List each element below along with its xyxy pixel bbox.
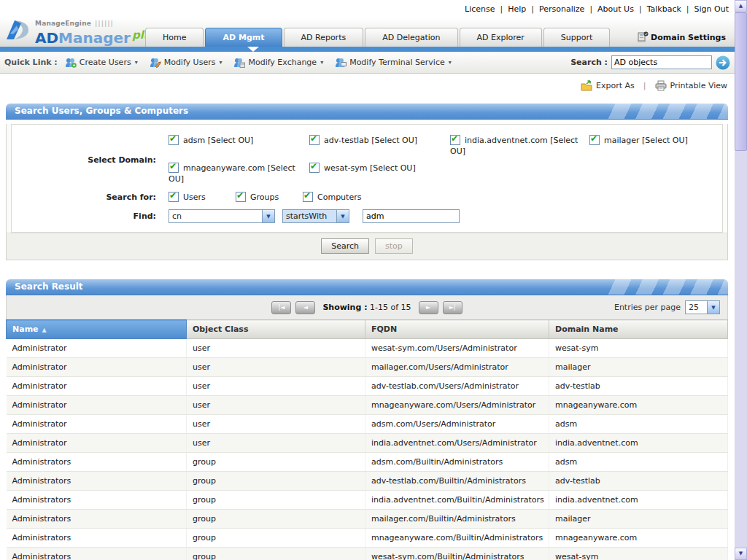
- object-type-checkbox-groups[interactable]: [236, 192, 246, 202]
- domain-checkbox[interactable]: [589, 135, 600, 145]
- column-name-label: Name: [12, 324, 39, 334]
- entries-per-page-select[interactable]: 25 ▼: [685, 300, 720, 314]
- entries-per-page: Entries per page 25 ▼: [614, 300, 720, 314]
- domain-checkbox[interactable]: [169, 135, 179, 145]
- topbar-link-license[interactable]: License: [465, 4, 495, 14]
- chevron-down-icon: ▼: [336, 210, 349, 222]
- quicklink-modify-users[interactable]: Modify Users▾: [150, 58, 222, 68]
- topbar-separator: |: [589, 4, 592, 14]
- topbar-link-personalize[interactable]: Personalize: [539, 4, 584, 14]
- cell-object-class: group: [187, 472, 365, 491]
- cell-object-class: group: [187, 548, 365, 560]
- topbar-link-help[interactable]: Help: [508, 4, 526, 14]
- topbar-link-sign-out[interactable]: Sign Out: [694, 4, 729, 14]
- chevron-down-icon: ▼: [262, 210, 274, 222]
- result-panel-header: Search Result: [6, 279, 728, 295]
- showing-label: Showing :: [322, 303, 367, 312]
- ad-logo-icon: [6, 19, 32, 41]
- tab-ad-explorer[interactable]: AD Explorer: [460, 28, 542, 47]
- cell-domain-name: mailager: [549, 358, 728, 377]
- domain-label: mnageanyware.com [Select OU]: [169, 163, 295, 184]
- find-row: cn ▼ startsWith ▼: [163, 209, 460, 223]
- vertical-scrollbar[interactable]: ▲ ▼: [735, 0, 747, 560]
- tab-ad-mgmt[interactable]: AD Mgmt: [205, 28, 282, 47]
- table-row[interactable]: Administratoruserwesat-sym.com/Users/Adm…: [7, 339, 728, 358]
- object-type-checkbox-users[interactable]: [169, 192, 179, 202]
- cell-fqdn: india.adventnet.com/Users/Administrator: [365, 434, 549, 453]
- first-page-button[interactable]: |◄: [271, 301, 291, 314]
- table-row[interactable]: Administratorusermnageanyware.com/Users/…: [7, 396, 728, 415]
- cell-fqdn: mailager.com/Builtin/Administrators: [365, 510, 549, 529]
- previous-page-button[interactable]: ◄: [295, 301, 315, 314]
- table-row[interactable]: Administratorsgroupindia.adventnet.com/B…: [7, 491, 728, 510]
- stop-button[interactable]: stop: [375, 238, 413, 254]
- cell-fqdn: adsm.com/Builtin/Administrators: [365, 453, 549, 472]
- cell-name: Administrator: [7, 415, 187, 434]
- table-row[interactable]: Administratorsgroupmailager.com/Builtin/…: [7, 510, 728, 529]
- table-row[interactable]: Administratoruserindia.adventnet.com/Use…: [7, 434, 728, 453]
- printable-view-label: Printable View: [670, 81, 727, 90]
- domain-checkbox[interactable]: [309, 135, 320, 145]
- cell-fqdn: adsm.com/Users/Administrator: [365, 415, 549, 434]
- column-header-fqdn[interactable]: FQDN: [365, 320, 549, 339]
- tab-home[interactable]: Home: [145, 28, 204, 47]
- table-row[interactable]: Administratorsgroupmnageanyware.com/Buil…: [7, 529, 728, 548]
- tab-ad-delegation[interactable]: AD Delegation: [365, 28, 457, 47]
- quicklink-modify-exchange[interactable]: Modify Exchange▾: [233, 58, 323, 68]
- domain-checkbox[interactable]: [450, 135, 460, 145]
- cell-object-class: user: [187, 377, 365, 396]
- column-header-domain-name[interactable]: Domain Name: [549, 320, 728, 339]
- search-button[interactable]: Search: [321, 238, 369, 254]
- cell-name: Administrators: [7, 548, 187, 560]
- admanager-plus-page: License|Help|Personalize|About Us|Talkba…: [0, 0, 747, 560]
- find-operator-select[interactable]: startsWith ▼: [282, 209, 349, 223]
- topbar-link-talkback[interactable]: Talkback: [647, 4, 681, 14]
- cell-fqdn: mnageanyware.com/Users/Administrator: [365, 396, 549, 415]
- object-type-checkbox-computers[interactable]: [303, 192, 313, 202]
- cell-object-class: user: [187, 358, 365, 377]
- export-as-label: Export As: [596, 81, 635, 90]
- table-row[interactable]: Administratoruseradsm.com/Users/Administ…: [7, 415, 728, 434]
- find-value-input[interactable]: [363, 209, 460, 223]
- search-form: Select Domain: adsm [Select OU]adv-testl…: [11, 124, 723, 233]
- column-header-name[interactable]: Name▲: [7, 320, 187, 339]
- export-as-button[interactable]: Export As: [581, 80, 635, 91]
- tab-ad-reports[interactable]: AD Reports: [284, 28, 364, 47]
- cell-fqdn: mailager.com/Users/Administrator: [365, 358, 549, 377]
- next-page-button[interactable]: ►: [419, 301, 438, 314]
- table-row[interactable]: Administratoruseradv-testlab.com/Users/A…: [7, 377, 728, 396]
- column-header-object-class[interactable]: Object Class: [187, 320, 365, 339]
- result-table: Name▲ Object Class FQDN Domain Name Admi…: [6, 319, 728, 560]
- table-row[interactable]: Administratorusermailager.com/Users/Admi…: [7, 358, 728, 377]
- scrollbar-thumb[interactable]: [735, 12, 747, 151]
- table-row[interactable]: Administratorsgroupadsm.com/Builtin/Admi…: [7, 453, 728, 472]
- printable-view-button[interactable]: Printable View: [655, 80, 727, 91]
- modify-exchange-icon: [233, 58, 245, 68]
- quicklink-create-users[interactable]: Create Users▾: [65, 58, 138, 68]
- domain-option: adsm [Select OU]: [169, 135, 309, 157]
- domain-option: mnageanyware.com [Select OU]: [169, 163, 309, 184]
- chevron-down-icon: ▼: [707, 301, 719, 314]
- search-result-panel: Search Result |◄ ◄ Showing : 1-15 of 15 …: [6, 279, 728, 560]
- actions-separator: |: [643, 81, 646, 90]
- domain-checkbox[interactable]: [169, 163, 179, 173]
- entries-per-page-label: Entries per page: [614, 303, 681, 312]
- domain-settings-button[interactable]: Domain Settings: [637, 31, 726, 43]
- domain-checkbox[interactable]: [309, 163, 320, 173]
- table-row[interactable]: Administratorsgroupadv-testlab.com/Built…: [7, 472, 728, 491]
- search-go-button[interactable]: [716, 55, 730, 70]
- table-row[interactable]: Administratorsgroupwesat-sym.com/Builtin…: [7, 548, 728, 560]
- pagination-bar: |◄ ◄ Showing : 1-15 of 15 ► ►| Entries p…: [6, 295, 728, 319]
- cell-object-class: user: [187, 434, 365, 453]
- search-input[interactable]: [611, 55, 712, 69]
- find-attribute-select[interactable]: cn ▼: [169, 209, 275, 223]
- scrollbar-up-icon[interactable]: ▲: [735, 0, 747, 12]
- quicklink-modify-terminal-service[interactable]: Modify Terminal Service▾: [335, 58, 452, 68]
- cell-object-class: group: [187, 491, 365, 510]
- quicklink-item-label: Modify Terminal Service: [349, 58, 445, 67]
- topbar-link-about-us[interactable]: About Us: [597, 4, 634, 14]
- tab-support[interactable]: Support: [543, 28, 610, 47]
- scrollbar-down-icon[interactable]: ▼: [735, 548, 747, 560]
- last-page-button[interactable]: ►|: [443, 301, 462, 314]
- cell-domain-name: mnageanyware.com: [549, 529, 728, 548]
